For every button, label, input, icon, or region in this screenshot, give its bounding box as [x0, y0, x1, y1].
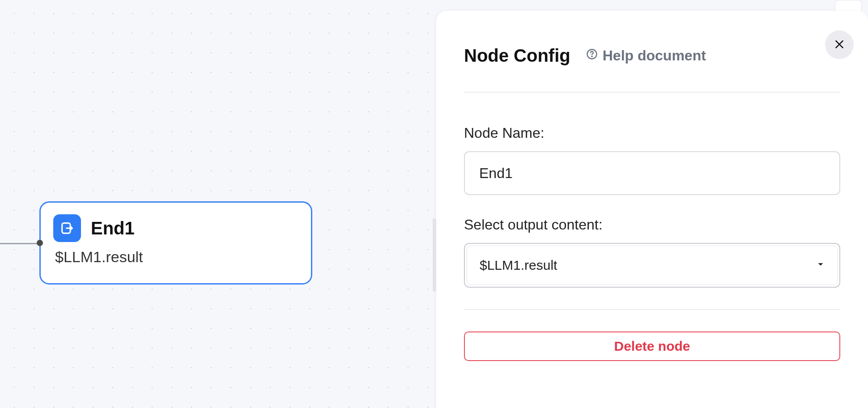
edge-line	[0, 243, 38, 244]
output-content-label: Select output content:	[464, 217, 840, 233]
panel-title: Node Config	[464, 46, 570, 66]
close-icon	[834, 38, 845, 51]
config-panel: Node Config Help document Node Name: Sel…	[436, 11, 868, 408]
toolbar-fragment	[835, 0, 862, 11]
node-title: End1	[91, 218, 135, 238]
node-name-label: Node Name:	[464, 125, 840, 141]
help-icon	[586, 47, 598, 64]
input-port[interactable]	[37, 240, 43, 246]
divider	[464, 92, 840, 93]
help-document-link[interactable]: Help document	[586, 47, 706, 64]
output-content-value: $LLM1.result	[480, 258, 557, 273]
node-name-input[interactable]	[464, 151, 840, 195]
svg-point-2	[591, 56, 592, 57]
panel-resize-handle[interactable]	[433, 218, 436, 292]
node-header: End1	[53, 214, 298, 242]
field-node-name: Node Name:	[464, 125, 840, 195]
divider	[464, 309, 840, 310]
output-content-select[interactable]: $LLM1.result	[464, 243, 840, 288]
end-icon	[53, 214, 81, 242]
node-subtitle: $LLM1.result	[53, 248, 298, 266]
close-button[interactable]	[825, 30, 854, 59]
help-label: Help document	[603, 47, 706, 64]
field-output-content: Select output content: $LLM1.result	[464, 217, 840, 288]
delete-node-button[interactable]: Delete node	[464, 332, 840, 361]
workflow-canvas[interactable]: End1 $LLM1.result Node Config	[0, 0, 868, 408]
chevron-down-icon	[816, 259, 825, 271]
node-end1[interactable]: End1 $LLM1.result	[39, 201, 312, 285]
panel-header: Node Config Help document	[464, 46, 840, 66]
